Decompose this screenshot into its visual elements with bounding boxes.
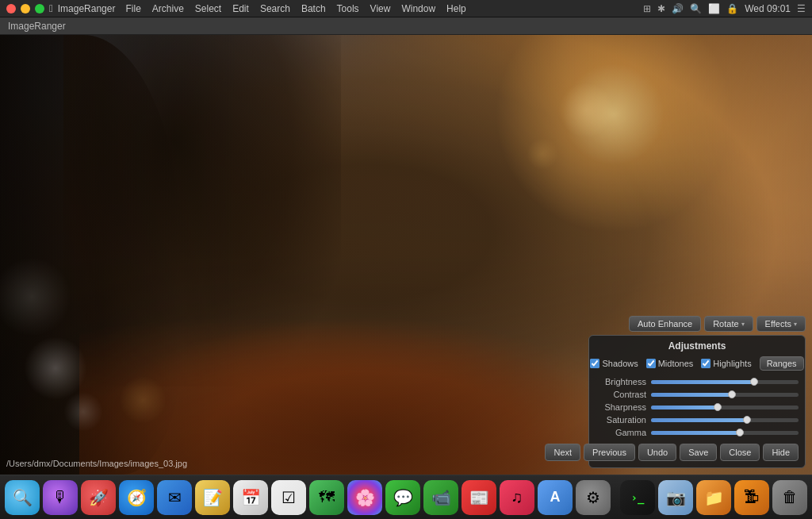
dock-filer[interactable]: 📁 bbox=[696, 480, 731, 515]
app-name-label: ImageRanger bbox=[58, 3, 116, 14]
apple-menu-icon[interactable]:  bbox=[49, 2, 53, 14]
menu-window[interactable]: Window bbox=[396, 2, 441, 16]
sharpness-label: Sharpness bbox=[596, 402, 651, 412]
gamma-track[interactable] bbox=[651, 431, 799, 435]
menu-search[interactable]: Search bbox=[255, 2, 296, 16]
sharpness-track[interactable] bbox=[651, 406, 799, 409]
sharpness-thumb[interactable] bbox=[714, 403, 722, 411]
bokeh-6 bbox=[527, 138, 558, 170]
midtones-checkbox[interactable] bbox=[646, 359, 656, 368]
shadows-checkbox[interactable] bbox=[590, 359, 599, 368]
dock-safari[interactable]: 🧭 bbox=[119, 480, 154, 515]
ranges-button[interactable]: Ranges bbox=[760, 356, 804, 371]
dock-terminal[interactable]: ›_ bbox=[620, 480, 655, 515]
notes-icon: 📝 bbox=[203, 488, 223, 507]
dock-iphoto[interactable]: 📷 bbox=[658, 480, 693, 515]
facetime-icon: 📹 bbox=[431, 488, 451, 507]
maximize-button[interactable] bbox=[35, 4, 44, 13]
auto-enhance-button[interactable]: Auto Enhance bbox=[629, 316, 701, 332]
bokeh-4 bbox=[119, 376, 167, 424]
app-header: ImageRanger bbox=[0, 17, 812, 35]
close-button[interactable] bbox=[6, 4, 16, 13]
sharpness-row: Sharpness bbox=[596, 402, 799, 412]
menu-batch[interactable]: Batch bbox=[296, 2, 331, 16]
dock-mail[interactable]: ✉ bbox=[157, 480, 192, 515]
search-menu-icon[interactable]: 🔍 bbox=[690, 3, 702, 14]
midtones-checkbox-label[interactable]: Midtones bbox=[646, 359, 694, 368]
hide-button[interactable]: Hide bbox=[763, 444, 799, 461]
window-controls bbox=[6, 4, 44, 13]
shadows-checkbox-label[interactable]: Shadows bbox=[590, 359, 638, 368]
dock-launchpad[interactable]: 🚀 bbox=[81, 480, 116, 515]
brightness-thumb[interactable] bbox=[750, 378, 758, 386]
menu-view[interactable]: View bbox=[365, 2, 396, 16]
archiver-icon: 🗜 bbox=[744, 488, 760, 506]
close-action-button[interactable]: Close bbox=[720, 444, 760, 461]
maps-icon: 🗺 bbox=[319, 488, 335, 506]
dock-maps[interactable]: 🗺 bbox=[309, 480, 344, 515]
dock-news[interactable]: 📰 bbox=[462, 480, 496, 515]
safari-icon: 🧭 bbox=[127, 488, 147, 507]
contrast-thumb[interactable] bbox=[728, 390, 736, 398]
dock-finder[interactable]: 🔍 bbox=[5, 480, 40, 515]
dock-messages[interactable]: 💬 bbox=[385, 480, 420, 515]
screen-icon: ⬜ bbox=[708, 3, 720, 14]
siri-icon: 🎙 bbox=[52, 488, 68, 506]
gamma-thumb[interactable] bbox=[736, 429, 744, 436]
bokeh-2 bbox=[63, 392, 103, 432]
highlights-checkbox[interactable] bbox=[701, 359, 710, 368]
saturation-thumb[interactable] bbox=[743, 416, 751, 424]
menu-help[interactable]: Help bbox=[441, 2, 472, 16]
minimize-button[interactable] bbox=[21, 4, 30, 13]
clock-display: Wed 09:01 bbox=[745, 3, 791, 14]
contrast-label: Contrast bbox=[596, 390, 651, 399]
effects-button[interactable]: Effects ▾ bbox=[756, 316, 806, 332]
dock-reminders[interactable]: ☑ bbox=[271, 480, 306, 515]
menubar:  ImageRanger File Archive Select Edit S… bbox=[0, 0, 812, 17]
bokeh-5 bbox=[558, 83, 614, 138]
contrast-fill bbox=[651, 393, 732, 397]
brightness-label: Brightness bbox=[596, 377, 651, 386]
iphoto-icon: 📷 bbox=[666, 488, 686, 507]
dock-appstore[interactable]: A bbox=[538, 480, 573, 515]
mail-icon: ✉ bbox=[168, 488, 182, 507]
next-button[interactable]: Next bbox=[545, 444, 580, 461]
brightness-row: Brightness bbox=[596, 377, 799, 386]
menubar-left:  ImageRanger File Archive Select Edit S… bbox=[6, 2, 472, 16]
menu-select[interactable]: Select bbox=[190, 2, 227, 16]
news-icon: 📰 bbox=[469, 488, 489, 507]
dock-siri[interactable]: 🎙 bbox=[43, 480, 78, 515]
tonal-range-checkboxes: Shadows Midtones Highlights Ranges bbox=[596, 356, 799, 371]
photo-viewer: /Users/dmx/Documents/Images/images_03.jp… bbox=[0, 35, 812, 475]
launchpad-icon: 🚀 bbox=[89, 488, 109, 507]
dock-notes[interactable]: 📝 bbox=[195, 480, 230, 515]
undo-button[interactable]: Undo bbox=[638, 444, 676, 461]
brightness-track[interactable] bbox=[651, 380, 799, 384]
dock-photos[interactable]: 🌸 bbox=[347, 480, 382, 515]
menu-extra-icon[interactable]: ☰ bbox=[797, 3, 806, 14]
menu-archive[interactable]: Archive bbox=[147, 2, 190, 16]
save-button[interactable]: Save bbox=[680, 444, 717, 461]
dock-archiver[interactable]: 🗜 bbox=[734, 480, 769, 515]
dock-prefs[interactable]: ⚙ bbox=[576, 480, 611, 515]
previous-button[interactable]: Previous bbox=[584, 444, 635, 461]
action-buttons-row: Next Previous Undo Save Close Hide bbox=[596, 444, 799, 461]
contrast-track[interactable] bbox=[651, 393, 799, 397]
bluetooth-icon: ✱ bbox=[657, 3, 665, 14]
gamma-row: Gamma bbox=[596, 428, 799, 437]
dock-music[interactable]: ♫ bbox=[500, 480, 534, 515]
menu-file[interactable]: File bbox=[120, 2, 146, 16]
bokeh-1 bbox=[24, 336, 87, 400]
dock-facetime[interactable]: 📹 bbox=[423, 480, 458, 515]
saturation-track[interactable] bbox=[651, 418, 799, 422]
menu-tools[interactable]: Tools bbox=[331, 2, 365, 16]
trash-icon: 🗑 bbox=[782, 488, 798, 506]
gamma-label: Gamma bbox=[596, 428, 651, 437]
messages-icon: 💬 bbox=[393, 488, 413, 507]
sharpness-fill bbox=[651, 406, 718, 409]
menu-edit[interactable]: Edit bbox=[227, 2, 255, 16]
dock-calendar[interactable]: 📅 bbox=[233, 480, 268, 515]
dock-trash[interactable]: 🗑 bbox=[772, 480, 807, 515]
rotate-button[interactable]: Rotate ▾ bbox=[704, 316, 753, 332]
highlights-checkbox-label[interactable]: Highlights bbox=[701, 359, 751, 368]
